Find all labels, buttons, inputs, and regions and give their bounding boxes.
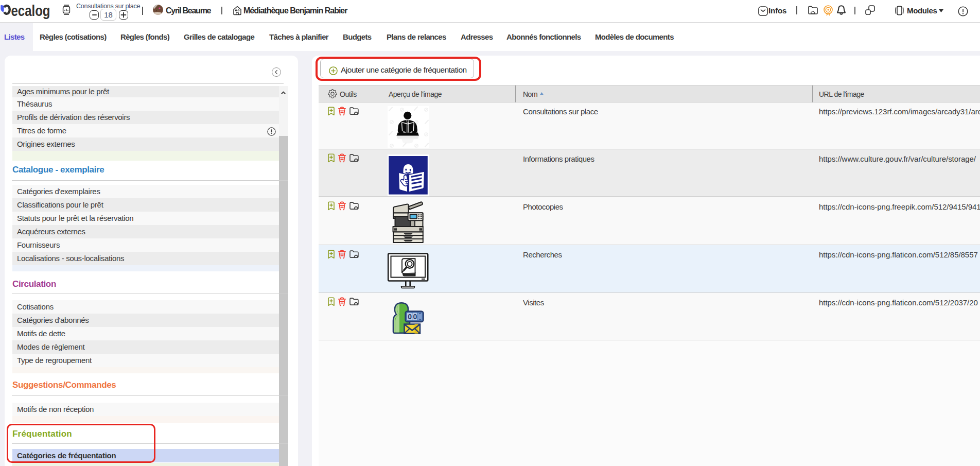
svg-text:0: 0 (413, 313, 417, 321)
svg-text:0: 0 (408, 313, 412, 321)
svg-text:ecalog: ecalog (11, 3, 50, 19)
